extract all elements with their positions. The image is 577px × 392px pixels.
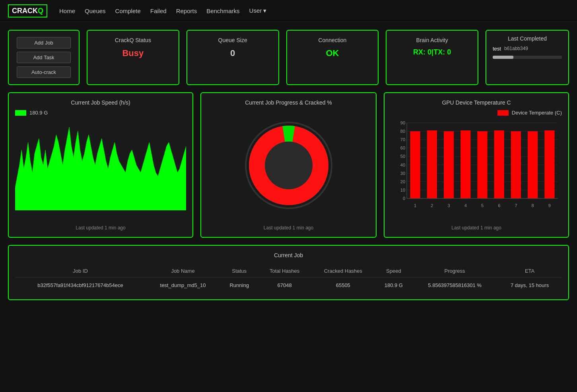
cell-eta: 7 days, 15 hours: [497, 278, 562, 293]
last-completed-progress-fill: [493, 56, 513, 59]
brain-activity-value: RX: 0|TX: 0: [393, 48, 471, 56]
gpu-last-updated: Last updated 1 min ago: [391, 221, 562, 231]
last-completed-card: Last Completed test b61abb349: [486, 30, 569, 85]
navigation: CRACKQ Home Queues Complete Failed Repor…: [0, 0, 577, 22]
add-task-button[interactable]: Add Task: [17, 52, 71, 63]
gpu-temp-chart-title: GPU Device Temperature C: [391, 99, 562, 106]
auto-crack-button[interactable]: Auto-crack: [17, 66, 71, 78]
connection-title: Connection: [293, 37, 372, 43]
queue-size-card: Queue Size 0: [187, 30, 279, 85]
job-table-header: Job ID Job Name Status Total Hashes Crac…: [15, 265, 562, 278]
connection-card: Connection OK: [286, 30, 379, 85]
gpu-legend-label: Device Temperate (C): [512, 110, 562, 116]
col-speed: Speed: [375, 265, 412, 278]
speed-canvas: [15, 119, 186, 210]
cell-progress: 5.856397585816301 %: [412, 278, 497, 293]
progress-chart-card: Current Job Progress & Cracked % Last up…: [200, 92, 377, 238]
speed-last-updated: Last updated 1 min ago: [15, 221, 186, 231]
col-cracked-hashes: Cracked Hashes: [311, 265, 375, 278]
donut-canvas: [237, 114, 340, 217]
nav-user-dropdown[interactable]: User ▾: [249, 7, 267, 14]
cell-speed: 180.9 G: [375, 278, 412, 293]
queue-size-title: Queue Size: [194, 37, 272, 43]
logo-crack: CRACK: [12, 7, 38, 15]
last-completed-name: test: [493, 46, 501, 52]
nav-benchmarks[interactable]: Benchmarks: [206, 8, 239, 14]
col-eta: ETA: [497, 265, 562, 278]
brain-activity-card: Brain Activity RX: 0|TX: 0: [386, 30, 478, 85]
connection-value: OK: [293, 48, 372, 58]
nav-reports[interactable]: Reports: [176, 8, 197, 14]
col-total-hashes: Total Hashes: [258, 265, 311, 278]
progress-last-updated: Last updated 1 min ago: [208, 221, 369, 231]
gpu-legend-color: [497, 110, 509, 116]
speed-chart-card: Current Job Speed (h/s) 180.9 G Last upd…: [8, 92, 193, 238]
speed-legend-color: [15, 110, 26, 116]
actions-card: Add Job Add Task Auto-crack: [8, 30, 80, 85]
crackq-status-value: Busy: [94, 48, 172, 58]
speed-legend: 180.9 G: [15, 110, 186, 116]
cell-status: Running: [220, 278, 258, 293]
speed-chart-title: Current Job Speed (h/s): [15, 99, 186, 106]
nav-complete[interactable]: Complete: [115, 8, 141, 14]
charts-row: Current Job Speed (h/s) 180.9 G Last upd…: [0, 85, 577, 238]
progress-chart-title: Current Job Progress & Cracked %: [208, 99, 369, 106]
bar-chart-area: [391, 119, 562, 221]
job-table: Job ID Job Name Status Total Hashes Crac…: [15, 265, 562, 293]
col-progress: Progress: [412, 265, 497, 278]
gpu-temp-chart-card: GPU Device Temperature C Device Temperat…: [384, 92, 569, 238]
cell-total_hashes: 67048: [258, 278, 311, 293]
speed-chart-area: [15, 119, 186, 221]
current-job-section: Current Job Job ID Job Name Status Total…: [8, 245, 569, 300]
donut-area: [208, 110, 369, 221]
last-completed-row: test b61abb349: [493, 46, 562, 52]
table-row: b32f557fa91f434cbf91217674b54ecetest_dum…: [15, 278, 562, 293]
cards-row: Add Job Add Task Auto-crack CrackQ Statu…: [0, 22, 577, 85]
gpu-bar-legend: Device Temperate (C): [391, 110, 562, 116]
nav-queues[interactable]: Queues: [85, 8, 106, 14]
nav-home[interactable]: Home: [59, 8, 75, 14]
current-job-title: Current Job: [15, 252, 562, 258]
cell-cracked_hashes: 65505: [311, 278, 375, 293]
col-job-name: Job Name: [146, 265, 220, 278]
last-completed-hash: b61abb349: [504, 46, 528, 52]
queue-size-value: 0: [194, 48, 272, 58]
col-job-id: Job ID: [15, 265, 146, 278]
add-job-button[interactable]: Add Job: [17, 37, 71, 49]
nav-failed[interactable]: Failed: [150, 8, 167, 14]
last-completed-title: Last Completed: [493, 35, 562, 42]
crackq-status-card: CrackQ Status Busy: [87, 30, 179, 85]
job-table-body: b32f557fa91f434cbf91217674b54ecetest_dum…: [15, 278, 562, 293]
col-status: Status: [220, 265, 258, 278]
brain-activity-title: Brain Activity: [393, 37, 471, 43]
bar-canvas: [391, 119, 562, 210]
cell-job_name: test_dump_md5_10: [146, 278, 220, 293]
logo-q: Q: [38, 7, 43, 15]
cell-job_id: b32f557fa91f434cbf91217674b54ece: [15, 278, 146, 293]
last-completed-progress-bg: [493, 56, 562, 59]
speed-legend-label: 180.9 G: [29, 110, 48, 116]
logo[interactable]: CRACKQ: [8, 4, 47, 17]
crackq-status-title: CrackQ Status: [94, 37, 172, 43]
